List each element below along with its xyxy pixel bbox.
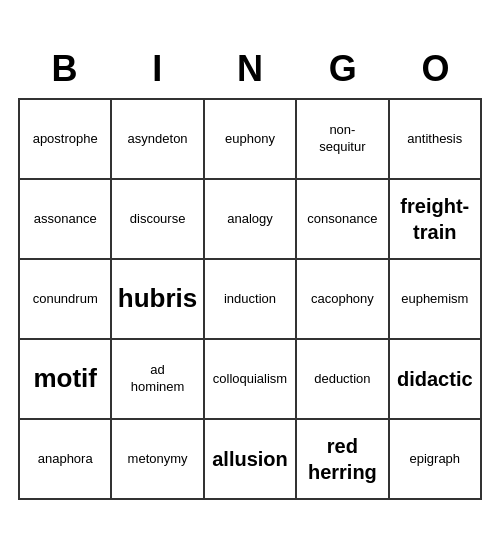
bingo-cell: allusion <box>205 420 297 500</box>
bingo-cell: freight-train <box>390 180 482 260</box>
bingo-grid: apostropheasyndetoneuphonynon-sequituran… <box>18 98 482 500</box>
bingo-cell: analogy <box>205 180 297 260</box>
bingo-cell: anaphora <box>20 420 112 500</box>
bingo-cell: adhominem <box>112 340 204 420</box>
bingo-cell: induction <box>205 260 297 340</box>
header-letter: B <box>18 44 111 98</box>
bingo-cell: deduction <box>297 340 389 420</box>
header-letter: G <box>296 44 389 98</box>
bingo-cell: apostrophe <box>20 100 112 180</box>
header-letter: I <box>111 44 204 98</box>
bingo-cell: euphemism <box>390 260 482 340</box>
bingo-cell: asyndeton <box>112 100 204 180</box>
bingo-cell: consonance <box>297 180 389 260</box>
bingo-cell: antithesis <box>390 100 482 180</box>
bingo-cell: assonance <box>20 180 112 260</box>
header-letter: N <box>204 44 297 98</box>
bingo-cell: epigraph <box>390 420 482 500</box>
bingo-cell: redherring <box>297 420 389 500</box>
bingo-cell: conundrum <box>20 260 112 340</box>
header-letter: O <box>389 44 482 98</box>
bingo-cell: didactic <box>390 340 482 420</box>
bingo-cell: non-sequitur <box>297 100 389 180</box>
bingo-cell: euphony <box>205 100 297 180</box>
bingo-card: BINGO apostropheasyndetoneuphonynon-sequ… <box>10 36 490 508</box>
bingo-cell: hubris <box>112 260 204 340</box>
bingo-cell: discourse <box>112 180 204 260</box>
bingo-cell: metonymy <box>112 420 204 500</box>
bingo-cell: motif <box>20 340 112 420</box>
bingo-cell: cacophony <box>297 260 389 340</box>
bingo-cell: colloquialism <box>205 340 297 420</box>
bingo-header: BINGO <box>18 44 482 98</box>
